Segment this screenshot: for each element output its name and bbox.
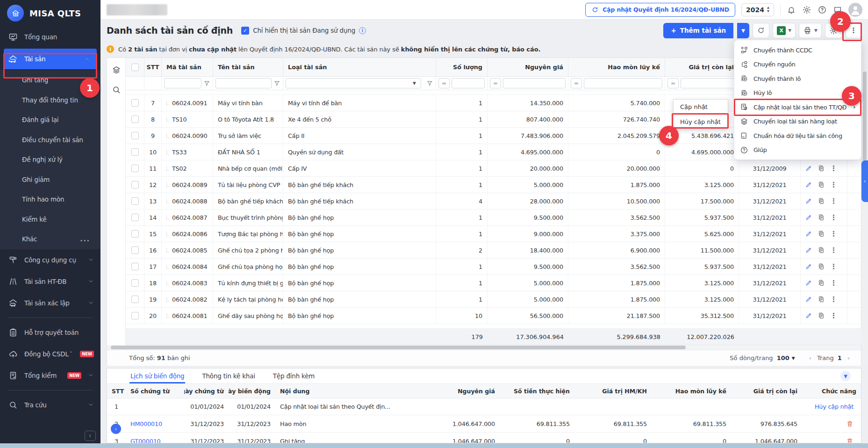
history-column-doc_date[interactable]: Ngày chứng từ xyxy=(184,384,229,398)
sidebar-item[interactable]: Tài sản xác lập xyxy=(0,292,100,314)
filter-dep-input[interactable] xyxy=(584,78,662,88)
filter-dep[interactable]: = xyxy=(568,77,665,90)
add-asset-button[interactable]: + Thêm tài sản xyxy=(663,23,733,38)
print-button[interactable]: ▼ xyxy=(799,23,822,38)
equals-operator[interactable]: = xyxy=(667,78,679,88)
history-column-action[interactable]: Chức năng xyxy=(802,384,861,398)
drag-handle-icon[interactable] xyxy=(166,183,169,187)
drag-handle-icon[interactable] xyxy=(166,134,169,138)
row-menu-icon[interactable]: ⋮ xyxy=(830,181,837,189)
update-decision-button[interactable]: Cập nhật Quyết định 16/2024/QĐ-UBND xyxy=(585,3,735,17)
table-row[interactable]: 1906024.0082Kệ ly tách tại phòng họp BTV… xyxy=(126,291,861,308)
row-checkbox[interactable] xyxy=(131,296,139,303)
export-excel-button[interactable]: X ▼ xyxy=(773,23,796,38)
filter-code-input[interactable] xyxy=(164,78,201,88)
drag-handle-icon[interactable] xyxy=(166,117,169,122)
sidebar-item[interactable]: Đồng bộ CSDL TSCNEW xyxy=(0,343,100,365)
column-header-code[interactable]: Mã tài sản xyxy=(162,58,213,76)
sidebar-subitem[interactable]: Tính hao mòn xyxy=(0,189,100,210)
filter-remain-input[interactable] xyxy=(681,78,736,88)
row-menu-icon[interactable]: ⋮ xyxy=(830,295,837,303)
cancel-update-link[interactable]: Hủy cập nhật xyxy=(815,403,854,410)
expand-detail-button[interactable]: › xyxy=(111,424,121,434)
column-header-name[interactable]: Tên tài sản xyxy=(213,58,283,76)
sidebar-item[interactable]: Tài sản xyxy=(4,49,97,69)
year-selector[interactable]: 2024 ▲▼ xyxy=(741,3,774,16)
filter-type-select[interactable] xyxy=(286,78,421,88)
history-column-stt[interactable]: STT xyxy=(107,384,126,398)
history-row[interactable]: 3GT00001031/12/202331/12/2023Ghi tăng1.0… xyxy=(107,433,861,443)
row-menu-icon[interactable]: ⋮ xyxy=(830,279,837,287)
equals-operator[interactable]: = xyxy=(490,78,501,88)
menu-item[interactable]: Chuẩn hóa dữ liệu tài sản công xyxy=(734,129,861,143)
select-all-checkbox[interactable] xyxy=(131,64,139,71)
right-panel-toggle[interactable]: ‹ xyxy=(861,160,868,202)
row-checkbox[interactable] xyxy=(131,99,139,107)
layers-icon[interactable] xyxy=(112,65,121,75)
drag-handle-icon[interactable] xyxy=(166,101,169,105)
context-menu-item[interactable]: Cập nhật xyxy=(674,100,728,114)
table-row[interactable]: 11TS02Nhà bếp cơ quan (mới)Cấp IV120.000… xyxy=(126,160,861,177)
context-menu-item[interactable]: Hủy cập nhật xyxy=(674,114,728,129)
column-header-remain[interactable]: Giá trị còn lại xyxy=(665,58,739,76)
table-row[interactable]: 1706024.0084Ghế chủ tọa phòng họp chủ tr… xyxy=(126,259,861,275)
filter-code[interactable] xyxy=(162,77,213,90)
history-column-hmkh[interactable]: Giá trị HM/KH xyxy=(574,384,652,398)
menu-item[interactable]: Chuyển thành CCDC xyxy=(734,43,861,58)
history-column-content[interactable]: Nội dung xyxy=(275,384,430,398)
vertical-scrollbar[interactable] xyxy=(862,58,868,366)
row-menu-icon[interactable]: ⋮ xyxy=(830,213,837,222)
drag-handle-icon[interactable] xyxy=(166,314,169,318)
menu-item[interactable]: Giúp xyxy=(734,143,861,158)
tab-lịch-sử-biến-động[interactable]: Lịch sử biến động xyxy=(129,369,185,383)
menu-item[interactable]: Cập nhật loại tài sản theo TT/QĐ› xyxy=(734,100,861,115)
select-all-checkbox-cell[interactable] xyxy=(126,58,144,76)
refresh-button[interactable] xyxy=(753,23,769,38)
sidebar-item[interactable]: Tài sản HT-ĐB xyxy=(0,271,100,292)
drag-handle-icon[interactable] xyxy=(166,297,169,302)
sidebar-subitem[interactable]: Ghi giảm xyxy=(0,170,100,190)
row-menu-icon[interactable]: ⋮ xyxy=(830,197,837,205)
horizontal-scrollbar-thumb[interactable] xyxy=(111,346,686,349)
row-checkbox[interactable] xyxy=(131,214,139,221)
column-header-stt[interactable]: STT xyxy=(144,58,162,76)
menu-item[interactable]: Chuyển nguồn xyxy=(734,58,861,72)
row-checkbox[interactable] xyxy=(131,181,139,188)
row-checkbox[interactable] xyxy=(131,116,139,123)
history-row[interactable]: 101/01/202401/01/2024Cập nhật loại tài s… xyxy=(107,398,861,415)
in-use-checkbox[interactable]: ✓ xyxy=(241,27,249,35)
sidebar-item[interactable]: Tổng quan xyxy=(0,26,100,48)
row-checkbox[interactable] xyxy=(131,230,139,238)
rows-per-page-select[interactable]: 100 ▼ xyxy=(777,354,795,361)
search-icon[interactable] xyxy=(112,85,121,94)
row-menu-icon[interactable]: ⋮ xyxy=(830,246,837,254)
more-dots-icon[interactable]: ... xyxy=(80,235,100,243)
prev-page-button[interactable]: ‹ xyxy=(807,354,813,361)
row-menu-icon[interactable]: ⋮ xyxy=(830,262,837,271)
filter-cost-input[interactable] xyxy=(503,78,566,88)
row-checkbox[interactable] xyxy=(131,279,139,287)
document-link[interactable]: HM000010 xyxy=(130,420,162,427)
history-column-amount[interactable]: Số tiền thực hiện xyxy=(500,384,574,398)
history-column-cost[interactable]: Nguyên giá xyxy=(430,384,500,398)
row-menu-icon[interactable]: ⋮ xyxy=(830,311,837,320)
help-question-icon[interactable] xyxy=(818,5,827,14)
chevron-down-icon[interactable]: ▼ xyxy=(413,81,416,86)
filter-cost[interactable]: = xyxy=(488,77,568,90)
equals-operator[interactable]: = xyxy=(571,78,582,88)
table-row[interactable]: 2006024.0081Ghế dãy sau phòng họp BTVBộ … xyxy=(126,308,861,324)
tab-tệp-đính-kèm[interactable]: Tệp đính kèm xyxy=(272,369,316,383)
settings-gear-icon[interactable] xyxy=(802,5,811,14)
app-logo[interactable]: MISA QLTS xyxy=(0,0,100,26)
history-column-doc[interactable]: Số chứng từ xyxy=(126,384,184,398)
sidebar-subitem[interactable]: Đánh giá lại xyxy=(0,110,100,130)
sidebar-subitem[interactable]: Kiểm kê xyxy=(0,210,100,230)
column-header-type[interactable]: Loại tài sản xyxy=(283,58,436,76)
filter-type[interactable]: ▼ xyxy=(283,77,436,90)
row-checkbox[interactable] xyxy=(131,132,139,139)
history-row[interactable]: 2HM00001031/12/202331/12/2023Hao mòn1.04… xyxy=(107,415,861,433)
table-row[interactable]: 1406024.0087Bục thuyết trình phòng hội t… xyxy=(126,210,861,226)
drag-handle-icon[interactable] xyxy=(166,281,169,285)
horizontal-scrollbar[interactable] xyxy=(107,345,861,350)
tab-thông-tin-kê-khai[interactable]: Thông tin kê khai xyxy=(201,369,256,383)
